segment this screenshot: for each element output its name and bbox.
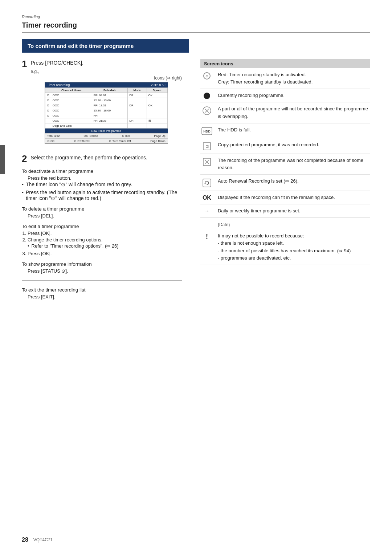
arrow-icon: → xyxy=(200,207,213,214)
icon-row-copy-protect: ⊡ Copy-protected programme, it was not r… xyxy=(200,138,370,154)
copy-protect-desc: Copy-protected programme, it was not rec… xyxy=(218,141,370,148)
ok-symbol: OK xyxy=(203,195,211,201)
table-row: ⊙ OOO FRI xyxy=(45,113,167,118)
tv-row-mode xyxy=(128,108,147,113)
tv-turnoff: ⊙ Turn Timer Off xyxy=(109,139,131,143)
tv-screen-mockup: Timer recording 2012.8.59 Channel Name S… xyxy=(45,82,168,144)
tv-row-channel: OOO xyxy=(51,98,92,103)
tv-row-icon: ⊙ xyxy=(45,113,51,118)
filled-circle-icon xyxy=(204,93,210,99)
step-2-number: 2 xyxy=(22,154,27,163)
show-info-section: To show programme information Press [STA… xyxy=(22,261,182,274)
not-completed-desc: The recording of the programme was not c… xyxy=(218,157,370,171)
bullet-dot: • xyxy=(22,182,24,187)
edit-bullet-text: Refer to "Timer recording options". (⇨ 2… xyxy=(32,243,119,249)
excl-symbol: ! xyxy=(206,233,208,241)
tv-row-channel: Dogs and Cats xyxy=(51,123,92,129)
tv-row-mode: DR xyxy=(128,93,147,98)
bullet-text-2: Press the red button again to activate t… xyxy=(26,190,182,201)
tv-row-icon xyxy=(45,118,51,123)
recording-icon xyxy=(200,92,213,99)
step-2-block: 2 Select the programme, then perform the… xyxy=(22,154,182,163)
page-container: Recording Timer recording To confirm and… xyxy=(0,0,392,554)
step-2-text: Select the programme, then perform the o… xyxy=(30,154,181,162)
divider-line xyxy=(22,280,182,281)
tv-row-space: ⊠ xyxy=(147,118,167,123)
right-column: Screen icons ⊙ Red: Timer recording stan… xyxy=(193,59,370,300)
screen-icons-header: Screen icons xyxy=(200,59,370,68)
icon-row-date: (Date) xyxy=(200,218,370,229)
icon-row-overlap: A part or all of the programme will not … xyxy=(200,102,370,123)
arrow-symbol: → xyxy=(204,208,209,214)
svg-text:HDD: HDD xyxy=(203,130,211,133)
table-row: OOO FRI 21:33 DR ⊠ xyxy=(45,118,167,123)
eg-label: e.g., xyxy=(30,69,181,74)
model-number: VQT4C71 xyxy=(33,537,53,542)
edit-bullet: • Refer to "Timer recording options". (⇨… xyxy=(28,243,182,249)
exit-subtitle: Press [EXIT]. xyxy=(28,294,182,300)
ok-icon: OK xyxy=(200,194,213,201)
new-timer-row: New Timer Programme xyxy=(45,129,168,133)
step-1-number: 1 xyxy=(22,59,27,69)
tv-row-channel: OOO xyxy=(51,113,92,118)
delete-subtitle: Press [DEL]. xyxy=(28,213,182,219)
tv-bottom-bar-2: ⊙ OK ⊙ RETURN ⊙ Turn Timer Off Page Down xyxy=(45,138,168,143)
table-row: ⊙ OOO 12:20 - 13:00 xyxy=(45,98,167,103)
edit-title: To edit a timer programme xyxy=(22,224,182,229)
bullet-item-2: • Press the red button again to activate… xyxy=(22,190,182,201)
tv-row-icon: ⊙ xyxy=(45,103,51,108)
tv-pageup: Page Up xyxy=(154,134,166,138)
edit-steps-list: Press [OK]. Change the timer recording o… xyxy=(28,231,182,256)
tv-ok: ⊙ OK xyxy=(47,139,55,143)
tv-row-channel: OOO xyxy=(51,93,92,98)
section-label: Recording xyxy=(22,15,370,19)
tv-row-mode xyxy=(128,98,147,103)
tv-row-schedule: 12:20 - 13:00 xyxy=(92,98,127,103)
timer-standby-desc: Red: Timer recording standby is activate… xyxy=(218,71,370,86)
tv-schedule-table: Channel Name Schedule Mode Space ⊙ OOO xyxy=(45,87,168,129)
icon-row-timer-standby: ⊙ Red: Timer recording standby is activa… xyxy=(200,68,370,89)
overlap-icon xyxy=(200,105,213,115)
table-row: ⊙ OOO 15:30 - 18:00 xyxy=(45,108,167,113)
tv-top-right: 2012.8.59 xyxy=(151,83,166,87)
show-info-title: To show programme information xyxy=(22,261,182,267)
deactivate-subtitle: Press the red button. xyxy=(28,175,182,181)
tv-row-space: OK xyxy=(147,93,167,98)
copy-protect-icon: ⊡ xyxy=(200,141,213,151)
step-1-content: Press [PROG/CHECK]. e.g., Icons (⇨ right… xyxy=(30,59,181,149)
table-row: ⊙ OOO FRI 08:01 DR OK xyxy=(45,93,167,98)
edit-section: To edit a timer programme Press [OK]. Ch… xyxy=(22,224,182,256)
tv-col-icons xyxy=(45,88,51,93)
tv-col-space: Space xyxy=(147,88,167,93)
edit-step-1: Press [OK]. xyxy=(28,231,182,236)
tv-col-channel: Channel Name xyxy=(51,88,92,93)
icon-row-arrow: → Daily or weekly timer programme is set… xyxy=(200,204,370,218)
tv-row-schedule: 15:30 - 18:00 xyxy=(92,108,127,113)
tv-row-schedule: FRI 08:01 xyxy=(92,93,127,98)
tv-row-space xyxy=(147,98,167,103)
tv-info: ⊙ Info xyxy=(122,134,130,138)
ok-desc: Displayed if the recording can fit in th… xyxy=(218,194,370,201)
icon-row-not-completed: The recording of the programme was not c… xyxy=(200,154,370,175)
deactivate-section: To deactivate a timer programme Press th… xyxy=(22,168,182,201)
left-column: 1 Press [PROG/CHECK]. e.g., Icons (⇨ rig… xyxy=(22,59,193,300)
auto-renewal-desc: Auto Renewal Recording is set (⇨ 26). xyxy=(218,178,370,185)
step-1-block: 1 Press [PROG/CHECK]. e.g., Icons (⇨ rig… xyxy=(22,59,182,149)
recording-desc: Currently recording programme. xyxy=(218,92,370,99)
hdd-full-icon: HDD xyxy=(200,126,213,135)
svg-text:⊙: ⊙ xyxy=(205,74,208,78)
icon-row-recording: Currently recording programme. xyxy=(200,89,370,102)
tv-top-left: Timer recording xyxy=(47,83,70,87)
tv-row-space xyxy=(147,123,167,129)
edit-step-3: Press [OK]. xyxy=(28,251,182,256)
tv-return: ⊙ RETURN xyxy=(74,139,90,143)
icons-right-label: Icons (⇨ right) xyxy=(30,76,181,81)
tv-row-icon: ⊙ xyxy=(45,93,51,98)
svg-text:⊡: ⊡ xyxy=(205,144,208,148)
tv-row-schedule: FRI 18:31 xyxy=(92,103,127,108)
tv-row-space: OK xyxy=(147,103,167,108)
svg-rect-10 xyxy=(203,179,211,187)
tv-row-space xyxy=(147,108,167,113)
delete-section: To delete a timer programme Press [DEL]. xyxy=(22,206,182,219)
auto-renewal-icon xyxy=(200,178,213,188)
